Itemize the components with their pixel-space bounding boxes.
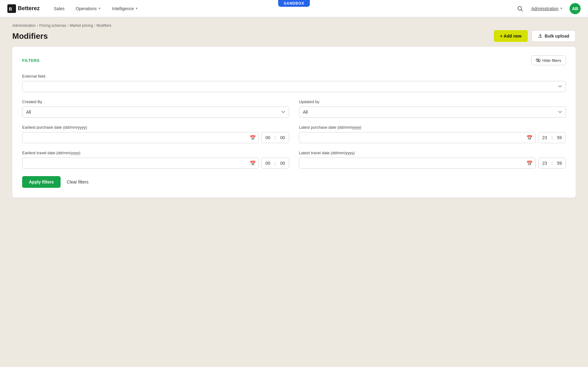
logo[interactable]: B Betterez <box>7 4 40 13</box>
earliest-travel-time: : <box>261 158 289 169</box>
external-field-row: External field <box>22 74 566 92</box>
page-title: Modifiers <box>12 31 48 41</box>
earliest-travel-date-input[interactable] <box>22 158 259 169</box>
navbar: B Betterez Sales Operations ▼ Intelligen… <box>0 0 588 17</box>
latest-purchase-label: Latest purchase date (dd/mm/yyyy) <box>299 125 566 130</box>
svg-line-3 <box>521 10 523 11</box>
earliest-purchase-time: : <box>261 132 289 143</box>
add-new-button[interactable]: + Add new <box>494 30 528 42</box>
clear-filters-button[interactable]: Clear filters <box>66 177 90 187</box>
admin-chevron-icon: ▼ <box>560 7 563 10</box>
svg-text:B: B <box>9 6 12 11</box>
latest-travel-minute[interactable] <box>553 158 566 168</box>
latest-travel-hour[interactable] <box>538 158 551 168</box>
earliest-purchase-group: Earliest purchase date (dd/mm/yyyy) 📅 : <box>22 125 289 143</box>
earliest-travel-hour[interactable] <box>262 158 274 168</box>
bulk-upload-button[interactable]: Bulk upload <box>531 30 576 42</box>
filters-header: FILTERS Hide filters <box>22 55 566 65</box>
filters-card: FILTERS Hide filters External field Crea… <box>12 47 576 198</box>
latest-travel-datetime: 📅 : <box>299 158 566 169</box>
earliest-purchase-hour[interactable] <box>262 132 274 143</box>
created-updated-row: Created By All Updated by All <box>22 99 566 118</box>
sandbox-badge: SANDBOX <box>278 0 310 7</box>
avatar[interactable]: AB <box>570 3 581 14</box>
logo-icon: B <box>7 4 16 13</box>
operations-chevron-icon: ▼ <box>98 7 101 10</box>
travel-date-row: Earliest travel date (dd/mm/yyyy) 📅 : La… <box>22 151 566 169</box>
earliest-purchase-datetime: 📅 : <box>22 132 289 143</box>
breadcrumb-admin: Administration <box>12 23 36 28</box>
latest-travel-time: : <box>538 158 566 169</box>
breadcrumb: Administration / Pricing schemas / Marke… <box>12 23 576 28</box>
nav-operations[interactable]: Operations ▼ <box>71 4 105 14</box>
updated-by-label: Updated by <box>299 99 566 104</box>
earliest-purchase-minute[interactable] <box>276 132 289 143</box>
header-actions: + Add new Bulk upload <box>494 30 576 42</box>
updated-by-select[interactable]: All <box>299 107 566 118</box>
hide-filters-button[interactable]: Hide filters <box>531 55 566 65</box>
created-by-group: Created By All <box>22 99 289 118</box>
admin-menu[interactable]: Administration ▼ <box>528 4 566 13</box>
nav-sales[interactable]: Sales <box>50 4 69 14</box>
purchase-date-row: Earliest purchase date (dd/mm/yyyy) 📅 : … <box>22 125 566 143</box>
latest-purchase-minute[interactable] <box>553 132 566 143</box>
admin-label: Administration <box>531 6 558 11</box>
earliest-travel-datetime: 📅 : <box>22 158 289 169</box>
apply-filters-button[interactable]: Apply filters <box>22 176 61 188</box>
latest-travel-date-wrapper: 📅 <box>299 158 536 169</box>
search-icon <box>517 6 523 12</box>
latest-purchase-group: Latest purchase date (dd/mm/yyyy) 📅 : <box>299 125 566 143</box>
filter-actions: Apply filters Clear filters <box>22 176 566 188</box>
breadcrumb-modifiers: Modifiers <box>96 23 111 28</box>
navbar-right: Administration ▼ AB <box>516 3 581 14</box>
latest-travel-label: Latest travel date (dd/mm/yyyy) <box>299 151 566 155</box>
earliest-travel-group: Earliest travel date (dd/mm/yyyy) 📅 : <box>22 151 289 169</box>
upload-icon <box>538 34 543 38</box>
breadcrumb-market-pricing: Market pricing <box>70 23 93 28</box>
latest-travel-date-input[interactable] <box>299 158 536 169</box>
breadcrumb-pricing-schemas: Pricing schemas <box>39 23 66 28</box>
eye-icon <box>536 58 541 63</box>
earliest-purchase-label: Earliest purchase date (dd/mm/yyyy) <box>22 125 289 130</box>
earliest-travel-date-wrapper: 📅 <box>22 158 259 169</box>
earliest-purchase-date-input[interactable] <box>22 132 259 143</box>
latest-purchase-date-input[interactable] <box>299 132 536 143</box>
filters-title: FILTERS <box>22 58 40 63</box>
external-field-label: External field <box>22 74 566 79</box>
latest-purchase-date-wrapper: 📅 <box>299 132 536 143</box>
latest-purchase-time: : <box>538 132 566 143</box>
latest-purchase-hour[interactable] <box>538 132 551 143</box>
search-button[interactable] <box>516 4 524 13</box>
nav-intelligence[interactable]: Intelligence ▼ <box>108 4 142 14</box>
updated-by-group: Updated by All <box>299 99 566 118</box>
earliest-travel-minute[interactable] <box>276 158 289 168</box>
page-header: Administration / Pricing schemas / Marke… <box>0 17 588 47</box>
earliest-travel-label: Earliest travel date (dd/mm/yyyy) <box>22 151 289 155</box>
created-by-select[interactable]: All <box>22 107 289 118</box>
logo-text: Betterez <box>18 5 40 12</box>
intelligence-chevron-icon: ▼ <box>135 7 138 10</box>
latest-purchase-datetime: 📅 : <box>299 132 566 143</box>
latest-travel-group: Latest travel date (dd/mm/yyyy) 📅 : <box>299 151 566 169</box>
external-field-select[interactable] <box>22 81 566 92</box>
page-title-row: Modifiers + Add new Bulk upload <box>12 30 576 42</box>
earliest-purchase-date-wrapper: 📅 <box>22 132 259 143</box>
created-by-label: Created By <box>22 99 289 104</box>
